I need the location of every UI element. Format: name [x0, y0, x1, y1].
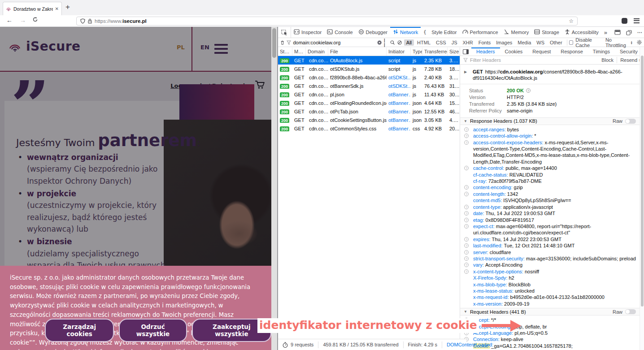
pause-traffic-icon[interactable]: | |: [384, 38, 388, 47]
iframe-picker-icon[interactable]: [626, 30, 632, 35]
network-request-row[interactable]: 200GETcdn.co…otSDKStub.jsscriptjs7.28 KB…: [278, 65, 460, 73]
details-tab-request[interactable]: Request: [527, 48, 556, 56]
header-row[interactable]: ?content-length: 1342: [460, 191, 640, 197]
help-icon[interactable]: ?: [464, 269, 469, 274]
header-row[interactable]: ?expect-ct: max-age=604800, report-uri="…: [460, 223, 640, 236]
network-request-row[interactable]: 200GETcdn.co…otBannerSdk.jsotSDKSt…js76.…: [278, 82, 460, 90]
column-header-1[interactable]: St…: [278, 48, 292, 56]
help-icon[interactable]: ?: [464, 205, 469, 209]
network-request-row[interactable]: 200GETcdn.co…pl.jsonotBanner…js11.43 KB3…: [278, 90, 460, 99]
type-filter-xhr[interactable]: XHR: [461, 39, 475, 46]
resend-button[interactable]: Resend: [620, 57, 637, 63]
tool-tab-network[interactable]: Network: [390, 27, 421, 38]
tool-tab-accessibility[interactable]: Accessibility: [562, 27, 601, 38]
throttling-select[interactable]: No Throttling▲▼: [605, 37, 633, 48]
bookmark-star-icon[interactable]: ☆: [569, 18, 574, 24]
help-icon[interactable]: ?: [464, 224, 469, 229]
header-row[interactable]: cf-ray: 72ac80f79f5a7b87-DME: [460, 178, 640, 184]
network-request-row[interactable]: 200GETcdn.co…otCookieSettingsButton.json…: [278, 116, 460, 124]
url-bar[interactable]: https://www.isecure.pl ☆: [76, 17, 578, 26]
type-filter-js[interactable]: JS: [449, 39, 460, 46]
type-filter-all[interactable]: All: [404, 39, 414, 46]
devtools-scrollbar-thumb[interactable]: [641, 56, 644, 307]
type-filter-images[interactable]: Images: [494, 39, 514, 46]
responsive-design-icon[interactable]: [614, 30, 621, 35]
column-header-3[interactable]: Domain: [306, 48, 328, 56]
initiator-cell[interactable]: otBanner…: [387, 109, 411, 114]
tool-tab-performance[interactable]: Performance: [460, 27, 501, 38]
help-icon[interactable]: ?: [526, 88, 531, 93]
tool-tab-style-editor[interactable]: { }Style Editor: [421, 27, 459, 38]
header-row[interactable]: ?content-type: application/x-javascript: [460, 204, 640, 210]
details-tab-response[interactable]: Response: [556, 48, 588, 56]
help-icon[interactable]: ?: [464, 192, 469, 196]
help-icon[interactable]: ?: [464, 243, 469, 248]
header-row[interactable]: cf-cache-status: REVALIDATED: [460, 172, 640, 178]
column-header-5[interactable]: Initiator: [387, 48, 411, 56]
network-request-row[interactable]: 200GETcdn.co…OtAutoBlock.jsscriptjs2.35 …: [278, 56, 460, 65]
type-filter-css[interactable]: CSS: [434, 39, 448, 46]
column-header-6[interactable]: Type: [411, 48, 422, 56]
tab-close-icon[interactable]: ✕: [55, 6, 59, 11]
help-icon[interactable]: ?: [464, 185, 469, 190]
column-header-8[interactable]: Size: [448, 48, 460, 56]
search-icon[interactable]: [390, 40, 395, 45]
help-icon[interactable]: ?: [464, 218, 469, 222]
header-row[interactable]: ?vary: Accept-Encoding: [460, 262, 640, 268]
network-request-row[interactable]: 200GETcdn.co…otPcTab.jsonotBanner…json12…: [278, 107, 460, 116]
raw-toggle[interactable]: [625, 309, 636, 314]
reload-button[interactable]: [32, 17, 38, 24]
help-icon[interactable]: ?: [464, 256, 469, 261]
disable-cache-checkbox[interactable]: [569, 40, 573, 45]
lock-icon[interactable]: [88, 18, 92, 24]
header-row[interactable]: x-ms-blob-type: BlockBlob: [460, 281, 640, 288]
type-filter-other[interactable]: Other: [548, 39, 565, 46]
header-row[interactable]: ?date: Thu, 14 Jul 2022 19:00:53 GMT: [460, 210, 640, 216]
header-row[interactable]: ?last-modified: Tue, 12 Oct 2021 14:48:1…: [460, 242, 640, 249]
network-request-row[interactable]: 200GETcdn.co…f2890bc8-88eb-4bac-a266-df9…: [278, 73, 460, 82]
initiator-cell[interactable]: otSDKSt…: [387, 75, 411, 80]
column-header-4[interactable]: File: [328, 48, 387, 56]
tool-tab-storage[interactable]: Storage: [531, 27, 562, 38]
meatball-menu-icon[interactable]: ⋯: [637, 30, 643, 35]
header-row[interactable]: ?accept-ranges: bytes: [460, 126, 640, 133]
network-settings-gear-icon[interactable]: [637, 39, 642, 45]
help-icon[interactable]: ?: [464, 127, 469, 132]
type-filter-ws[interactable]: WS: [534, 39, 547, 46]
extension-icon[interactable]: [622, 18, 627, 24]
header-row[interactable]: x-ms-request-id: b4952d0e-a01e-0014-2132…: [460, 294, 640, 300]
header-row[interactable]: X-Firefox-Spdy: h2: [460, 275, 640, 281]
network-request-row[interactable]: 200GETcdn.co…otCommonStyles.cssotBanner……: [278, 124, 460, 133]
column-header-2[interactable]: M…: [292, 48, 306, 56]
help-icon[interactable]: ?: [464, 250, 469, 255]
help-icon[interactable]: ?: [464, 140, 469, 145]
header-row[interactable]: ?access-control-allow-origin: *: [460, 133, 640, 139]
header-row[interactable]: ?etag: 0x8D98D8F4F819517: [460, 217, 640, 223]
raw-toggle[interactable]: [625, 119, 636, 124]
tool-tab-inspector[interactable]: Inspector: [291, 27, 324, 38]
initiator-cell[interactable]: otSDKSt…: [387, 83, 411, 89]
disable-cache-label[interactable]: Disable Cache: [575, 37, 603, 48]
back-button[interactable]: ←: [6, 17, 13, 24]
tool-tab-console[interactable]: Console: [324, 27, 355, 38]
details-tab-timings[interactable]: Timings: [588, 48, 615, 56]
app-menu-icon[interactable]: [634, 17, 640, 24]
type-filter-html[interactable]: HTML: [415, 39, 433, 46]
sidebar-toggle-icon[interactable]: [460, 48, 471, 56]
more-tools-chevron[interactable]: »: [601, 27, 610, 38]
clear-filter-icon[interactable]: [377, 40, 382, 45]
header-row[interactable]: ?access-control-expose-headers: x-ms-req…: [460, 139, 640, 165]
new-tab-button[interactable]: +: [65, 3, 70, 12]
header-row[interactable]: ?expires: Thu, 14 Jul 2022 23:00:53 GMT: [460, 236, 640, 242]
request-headers-section[interactable]: ▼ Request Headers (441 B) Raw: [460, 308, 640, 315]
initiator-cell[interactable]: otBanner…: [387, 117, 411, 123]
help-icon[interactable]: ?: [464, 211, 469, 216]
header-row[interactable]: content-md5: ISVHQDp8yLpS5h8SniPgIw==: [460, 197, 640, 203]
tool-tab-debugger[interactable]: Debugger: [356, 27, 390, 38]
browser-tab[interactable]: Doradztwo w Zakresie Ochrony Dany ✕: [3, 2, 62, 15]
forward-button[interactable]: →: [20, 17, 26, 24]
page-scrollbar[interactable]: [271, 27, 277, 350]
header-row[interactable]: x-ms-version: 2009-09-19: [460, 301, 640, 307]
filter-headers-input[interactable]: Filter Headers: [470, 57, 501, 63]
request-url-line[interactable]: ▶GEThttps://cdn.cookielaw.org/consent/f2…: [460, 65, 640, 84]
